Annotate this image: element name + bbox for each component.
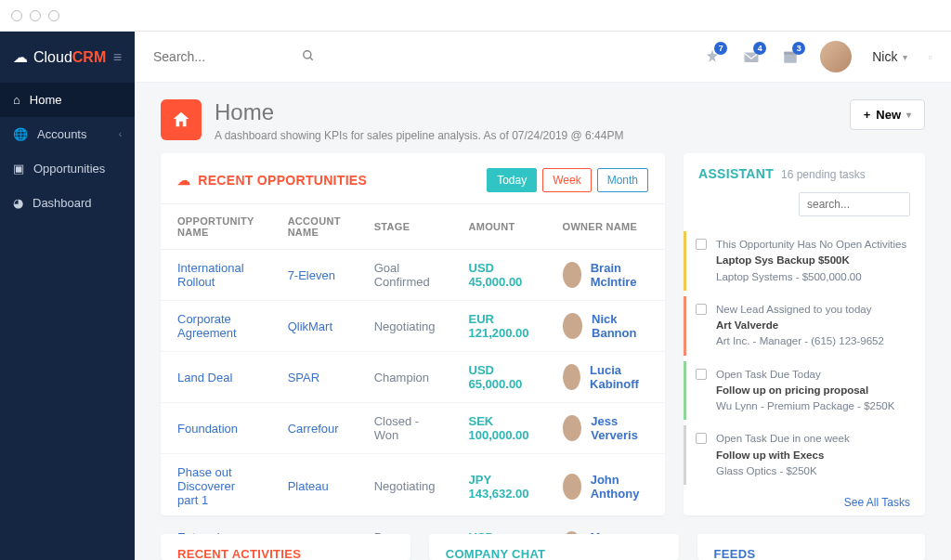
opportunity-name-cell[interactable]: International Rollout [161,250,271,301]
notifications-mail[interactable]: 4 [742,47,761,66]
company-chat-card: COMPANY CHAT [429,534,679,560]
recent-activities-card: RECENT ACTIVITIES [161,534,410,560]
owner-cell[interactable]: John Anthony [546,454,665,519]
task-text: Open Task Due in one weekFollow up with … [716,431,850,479]
sidebar-item-home[interactable]: ⌂ Home [0,83,135,117]
owner-avatar [563,415,582,441]
sidebar-item-label: Opportunities [33,162,105,176]
opportunity-name-cell[interactable]: Phase out Discoverer part 1 [161,454,271,519]
owner-name: John Anthony [591,473,648,501]
th-owner[interactable]: OWNER NAME [546,204,665,250]
opportunity-name-cell[interactable]: Foundation [161,403,271,454]
amount-cell: SEK 100,000.00 [452,403,546,454]
owner-name: Lucia Kabinoff [590,363,648,391]
brand-text-1: Cloud [33,49,72,65]
account-name-cell[interactable]: Plateau [271,454,358,519]
opportunity-name-cell[interactable]: Corporate Agreement [161,301,271,352]
task-checkbox[interactable] [696,433,707,444]
task-text: Open Task Due TodayFollow up on pricing … [716,367,894,415]
opportunity-name-cell[interactable]: Enterprise Expand [161,519,271,535]
table-row: Land DealSPARChampionUSD 65,000.00Lucia … [161,352,665,403]
amount-cell: USD 502,500.00 [452,519,546,535]
stage-cell: Prove Value [358,519,452,535]
account-name-cell[interactable]: 7-Eleven [271,250,358,301]
sidebar-item-dashboard[interactable]: ◕ Dashboard [0,186,135,220]
owner-cell[interactable]: Nick Bannon [546,301,665,352]
time-today-button[interactable]: Today [487,168,537,192]
owner-cell[interactable]: Mara Waterfall [546,519,665,535]
opportunity-name-cell[interactable]: Land Deal [161,352,271,403]
owner-cell[interactable]: Jess Ververis [546,403,665,454]
notifications-bell[interactable]: 7 [703,47,722,66]
window-zoom-icon[interactable] [48,10,59,21]
table-row: FoundationCarrefourClosed - WonSEK 100,0… [161,403,665,454]
stage-cell: Goal Confirmed [358,250,452,301]
subtitle-date: 07/24/2019 @ 6:44PM [512,129,623,142]
brand-logo[interactable]: ☁ CloudCRM ≡ [0,32,135,83]
amount-cell: USD 45,000.00 [452,250,546,301]
user-avatar[interactable] [820,41,852,72]
badge-count: 7 [714,42,727,55]
account-name-cell[interactable]: SPAR [271,352,358,403]
owner-avatar [563,313,582,339]
table-row: Phase out Discoverer part 1PlateauNegoti… [161,454,665,519]
owner-cell[interactable]: Brain McIntire [546,250,665,301]
owner-avatar [563,474,581,500]
new-button[interactable]: + New ▾ [850,99,925,130]
assistant-search-input[interactable] [799,192,910,216]
search-input[interactable] [153,49,265,64]
owner-name: Brain McIntire [591,261,648,289]
assistant-card: ASSISTANT 16 pending tasks This Opportun… [684,153,925,515]
search-icon[interactable] [302,49,315,65]
stage-cell: Negotiating [358,301,452,352]
task-checkbox[interactable] [696,239,707,250]
sidebar-item-accounts[interactable]: 🌐 Accounts ‹ [0,117,135,151]
chevron-left-icon: ‹ [119,129,122,139]
th-stage[interactable]: STAGE [358,204,452,250]
task-checkbox[interactable] [696,304,707,315]
window-minimize-icon[interactable] [30,10,41,21]
badge-count: 4 [753,42,766,55]
assistant-task[interactable]: This Opportunity Has No Open ActivitiesL… [684,231,925,291]
topbar: 7 4 3 Nick ▾ ▫ [135,32,951,83]
task-text: New Lead Assigned to you todayArt Valver… [716,302,884,350]
account-name-cell[interactable]: Metro [271,519,358,535]
th-account-name[interactable]: ACCOUNT NAME [271,204,358,250]
owner-avatar [563,262,581,288]
hamburger-icon[interactable]: ≡ [113,49,122,66]
account-name-cell[interactable]: Carrefour [271,403,358,454]
assistant-task[interactable]: New Lead Assigned to you todayArt Valver… [684,296,925,356]
time-week-button[interactable]: Week [542,168,591,192]
subtitle-text: A dashboard showing KPIs for sales pipel… [215,129,512,142]
home-icon: ⌂ [13,93,20,107]
cloud-icon: ☁ [13,48,28,66]
owner-cell[interactable]: Lucia Kabinoff [546,352,665,403]
assistant-task[interactable]: Open Task Due in one weekFollow up with … [684,425,925,485]
notifications-calendar[interactable]: 3 [781,47,800,66]
assistant-subtitle: 16 pending tasks [781,168,866,181]
page-subtitle: A dashboard showing KPIs for sales pipel… [215,129,623,142]
th-opportunity-name[interactable]: OPPORTUNITY NAME [161,204,271,250]
table-row: Enterprise ExpandMetroProve ValueUSD 502… [161,519,665,535]
time-month-button[interactable]: Month [597,168,648,192]
badge-count: 3 [792,42,805,55]
svg-point-0 [304,50,311,58]
sidebar-item-label: Dashboard [33,196,92,210]
owner-name: Jess Ververis [591,414,648,442]
chevron-down-icon: ▾ [903,52,907,62]
account-name-cell[interactable]: QlikMart [271,301,358,352]
table-row: Corporate AgreementQlikMartNegotiatingEU… [161,301,665,352]
grid-menu-icon[interactable]: ▫ [928,50,932,64]
assistant-task[interactable]: Open Task Due TodayFollow up on pricing … [684,361,925,421]
see-all-tasks-link[interactable]: See All Tasks [684,490,925,520]
window-close-icon[interactable] [11,10,22,21]
task-checkbox[interactable] [696,369,707,380]
sidebar-item-opportunities[interactable]: ▣ Opportunities [0,151,135,186]
brand-text-2: CRM [72,49,106,65]
user-menu[interactable]: Nick ▾ [872,49,907,64]
card-title: ☁ RECENT OPPORTUNITIES [177,173,367,188]
th-amount[interactable]: AMOUNT [452,204,546,250]
main-area: 7 4 3 Nick ▾ ▫ [135,32,951,560]
stage-cell: Closed - Won [358,403,452,454]
window-chrome [0,0,951,32]
